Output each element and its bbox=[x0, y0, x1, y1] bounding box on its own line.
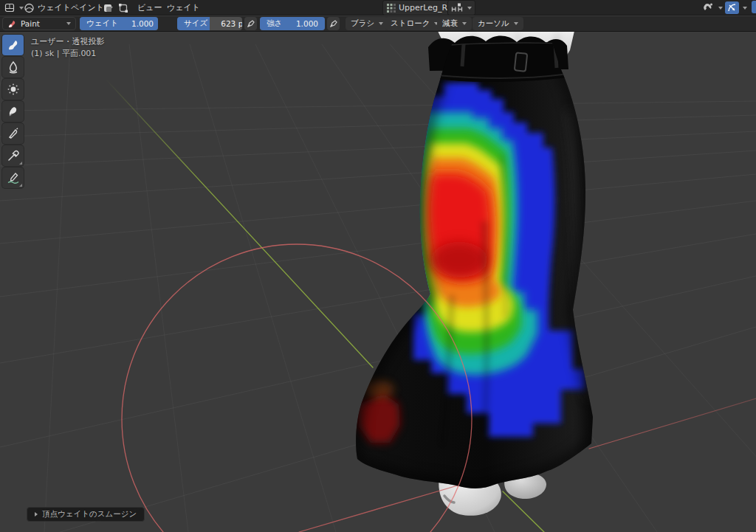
chevron-down-icon bbox=[379, 22, 383, 25]
subtool-corner bbox=[19, 162, 22, 165]
blur-droplet-icon bbox=[7, 61, 20, 74]
chevron-down-icon bbox=[66, 22, 71, 25]
chevron-right-icon bbox=[35, 512, 38, 517]
operator-panel-label: 頂点ウェイトのスムージン bbox=[42, 509, 137, 519]
falloff-panel-dropdown[interactable]: 減衰 bbox=[437, 17, 472, 30]
stylus-pressure-icon bbox=[329, 19, 338, 28]
brush-panel-dropdown[interactable]: ブラシ bbox=[346, 17, 388, 30]
face-mask-toggle[interactable] bbox=[100, 0, 116, 15]
view-name-text: ユーザー・透視投影 bbox=[31, 36, 105, 48]
tool-annotate[interactable] bbox=[2, 167, 24, 188]
skirt-belt bbox=[431, 40, 573, 82]
chevron-down-icon bbox=[514, 22, 518, 25]
eyedropper-icon bbox=[7, 149, 20, 162]
belt-buckle bbox=[515, 52, 527, 71]
strength-slider[interactable]: 強さ 1.000 bbox=[260, 17, 325, 30]
cursor-panel-dropdown[interactable]: カーソル bbox=[472, 17, 523, 30]
average-icon bbox=[7, 83, 20, 96]
size-value: 623 px bbox=[214, 19, 242, 28]
weight-slider[interactable]: ウェイト 1.000 bbox=[80, 17, 158, 30]
tool-gradient[interactable] bbox=[2, 123, 24, 144]
subtool-corner bbox=[19, 184, 22, 187]
size-label: サイズ bbox=[177, 18, 214, 29]
snap-magnet-icon bbox=[703, 2, 714, 13]
gizmo-toggle[interactable] bbox=[722, 0, 750, 15]
blender-window: ウェイトペイント ビュー ウェイト UpperLeg_R bbox=[0, 0, 756, 532]
stylus-pressure-icon bbox=[247, 19, 255, 28]
chevron-down-icon bbox=[467, 7, 472, 10]
active-object-text: (1) sk | 平面.001 bbox=[31, 48, 105, 60]
vertex-group-name: UpperLeg_R bbox=[399, 3, 447, 13]
symmetry-dropdown[interactable] bbox=[447, 0, 475, 15]
symmetry-icon bbox=[451, 3, 463, 13]
overlays-toggle-partial[interactable] bbox=[752, 1, 756, 13]
tool-average[interactable] bbox=[2, 79, 24, 100]
axis-x-red-near bbox=[299, 483, 465, 532]
vertex-mask-icon bbox=[118, 3, 128, 13]
tool-blur[interactable] bbox=[2, 57, 24, 77]
tool-paint-brush[interactable] bbox=[2, 35, 24, 55]
chevron-down-icon bbox=[743, 7, 747, 10]
size-pressure-toggle[interactable] bbox=[244, 17, 257, 30]
chevron-down-icon bbox=[462, 22, 467, 25]
tool-sample-weight[interactable] bbox=[2, 145, 24, 166]
annotate-pen-icon bbox=[7, 171, 20, 184]
brush-select-label: Paint bbox=[21, 19, 61, 28]
weight-value: 1.000 bbox=[125, 19, 158, 28]
axis-y-green-far bbox=[106, 79, 373, 367]
stroke-panel-label: ストローク bbox=[391, 18, 430, 29]
menu-weights[interactable]: ウェイト bbox=[164, 0, 203, 15]
tool-settings-bar: Paint ウェイト 1.000 サイズ 623 px 強さ 1.000 ブラシ bbox=[0, 16, 756, 32]
mode-label: ウェイトペイント bbox=[38, 2, 104, 13]
brush-select-button[interactable]: Paint bbox=[2, 17, 76, 30]
strength-value: 1.000 bbox=[289, 19, 325, 28]
size-slider[interactable]: サイズ 623 px bbox=[177, 17, 242, 30]
gradient-icon bbox=[7, 127, 20, 140]
menu-view[interactable]: ビュー bbox=[134, 0, 165, 15]
paint-brush-icon bbox=[7, 38, 20, 52]
menu-view-label: ビュー bbox=[137, 2, 162, 13]
axis-x-red-far bbox=[589, 398, 756, 449]
viewport-3d[interactable] bbox=[0, 0, 756, 532]
vertex-mask-toggle[interactable] bbox=[115, 0, 131, 15]
operator-redo-panel[interactable]: 頂点ウェイトのスムージン bbox=[27, 507, 145, 522]
brush-panel-label: ブラシ bbox=[351, 18, 374, 29]
face-mask-icon bbox=[103, 3, 113, 13]
weight-painted-skirt bbox=[356, 40, 593, 488]
tool-shelf bbox=[2, 35, 24, 188]
smear-icon bbox=[7, 105, 20, 118]
viewport-header: ウェイトペイント ビュー ウェイト UpperLeg_R bbox=[0, 0, 756, 15]
vertex-group-icon bbox=[386, 3, 396, 13]
editor-type-icon bbox=[4, 3, 15, 13]
gizmo-icon bbox=[725, 1, 739, 14]
weight-paint-mode-icon bbox=[24, 3, 35, 13]
menu-weights-label: ウェイト bbox=[167, 2, 200, 13]
stroke-panel-dropdown[interactable]: ストローク bbox=[385, 17, 444, 30]
falloff-panel-label: 減衰 bbox=[442, 18, 458, 29]
strength-label: 強さ bbox=[260, 18, 289, 29]
cursor-panel-label: カーソル bbox=[478, 18, 509, 29]
viewport-info-overlay: ユーザー・透視投影 (1) sk | 平面.001 bbox=[31, 36, 105, 60]
weight-label: ウェイト bbox=[80, 18, 125, 29]
strength-pressure-toggle[interactable] bbox=[327, 17, 340, 30]
paint-brush-icon bbox=[7, 19, 17, 29]
tool-smear[interactable] bbox=[2, 101, 24, 122]
